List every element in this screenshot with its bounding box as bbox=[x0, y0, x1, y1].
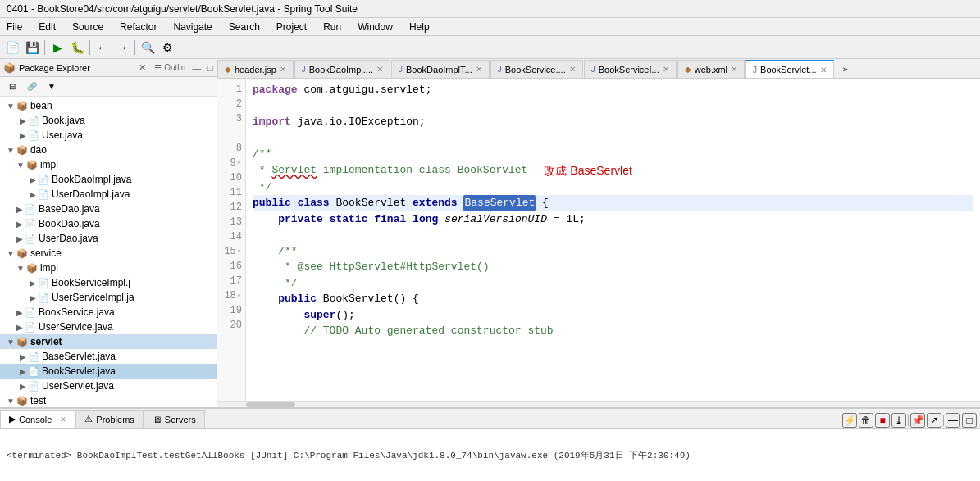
pe-outline-tab[interactable]: ☰ Outlin bbox=[154, 63, 185, 72]
console-btn-scroll[interactable]: ⤓ bbox=[891, 413, 906, 428]
arrow-bookserviceimpl: ▶ bbox=[30, 279, 36, 288]
tree-item-userservice[interactable]: ▶ 📄 UserService.java bbox=[0, 320, 217, 334]
toolbar-debug[interactable]: 🐛 bbox=[68, 39, 86, 57]
tab-close-bookservicel[interactable]: ✕ bbox=[663, 65, 669, 74]
tab-bookservlet[interactable]: J BookServlet... ✕ bbox=[745, 60, 833, 78]
pkg-icon-servlet: 📦 bbox=[16, 337, 28, 347]
tree-item-servlet[interactable]: ▼ 📦 servlet bbox=[0, 334, 217, 349]
tree-item-book[interactable]: ▶ 📄 Book.java bbox=[0, 113, 217, 128]
pe-close-icon[interactable]: ✕ bbox=[139, 62, 146, 73]
tab-bookservicel[interactable]: J BookServiceI... ✕ bbox=[584, 60, 677, 78]
tab-close-webxml[interactable]: ✕ bbox=[731, 65, 737, 74]
tree-item-userdaoimpl[interactable]: ▶ 📄 UserDaoImpl.java bbox=[0, 187, 217, 202]
tree-item-bookserviceimpl[interactable]: ▶ 📄 BookServiceImpl.j bbox=[0, 275, 217, 290]
tab-icon-bookdaoimplT: J bbox=[399, 65, 403, 74]
toolbar-search[interactable]: 🔍 bbox=[139, 39, 157, 57]
label-basedao: BaseDao.java bbox=[39, 203, 100, 215]
tab-servers-label: Servers bbox=[165, 415, 196, 424]
tab-bookservice[interactable]: J BookService.... ✕ bbox=[490, 60, 583, 78]
tree-item-userservlet[interactable]: ▶ 📄 UserServlet.java bbox=[0, 379, 217, 393]
tab-servers[interactable]: 🖥 Servers bbox=[144, 410, 205, 428]
menu-item-window[interactable]: Window bbox=[354, 20, 396, 34]
console-btn-stop[interactable]: ■ bbox=[875, 413, 890, 428]
tab-problems[interactable]: ⚠ Problems bbox=[75, 410, 143, 428]
console-btn-clear[interactable]: 🗑 bbox=[859, 413, 873, 428]
tree-item-userdao[interactable]: ▶ 📄 UserDao.java bbox=[0, 231, 217, 246]
tab-close-bookservlet[interactable]: ✕ bbox=[820, 66, 827, 75]
pkg-icon-service: 📦 bbox=[16, 248, 28, 259]
tree-item-impl-service[interactable]: ▼ 📦 impl bbox=[0, 261, 217, 275]
tab-bookdaoimpl[interactable]: J BookDaoImpl.... ✕ bbox=[294, 60, 390, 78]
arrow-basedao: ▶ bbox=[16, 205, 23, 214]
pe-min-icon[interactable]: — bbox=[192, 63, 201, 73]
pe-view-menu[interactable]: ▼ bbox=[43, 78, 61, 96]
tree-item-user[interactable]: ▶ 📄 User.java bbox=[0, 128, 217, 143]
menu-item-help[interactable]: Help bbox=[406, 20, 433, 34]
tree-item-test[interactable]: ▼ 📦 test bbox=[0, 393, 217, 407]
menu-item-refactor[interactable]: Refactor bbox=[116, 20, 160, 34]
code-hscroll[interactable] bbox=[217, 401, 980, 407]
tree-item-baseservlet[interactable]: ▶ 📄 BaseServlet.java bbox=[0, 349, 217, 364]
tab-close-bookservice[interactable]: ✕ bbox=[569, 65, 576, 74]
file-icon-userserviceimpl: 📄 bbox=[38, 293, 49, 303]
menu-item-source[interactable]: Source bbox=[69, 20, 107, 34]
arrow-userdaoimpl: ▶ bbox=[30, 190, 36, 199]
pe-header: 📦 Package Explorer ✕ ☰ Outlin — □ bbox=[0, 59, 217, 77]
annotation-text: 改成 BaseServlet bbox=[544, 162, 631, 179]
menu-item-file[interactable]: File bbox=[3, 20, 25, 34]
menu-item-run[interactable]: Run bbox=[320, 20, 344, 34]
console-btn-min[interactable]: — bbox=[946, 413, 960, 428]
pkg-icon-dao: 📦 bbox=[16, 145, 28, 156]
tree-item-bookdaoimpl[interactable]: ▶ 📄 BookDaoImpl.java bbox=[0, 172, 217, 187]
toolbar-new[interactable]: 📄 bbox=[3, 39, 21, 57]
tab-console-close[interactable]: ✕ bbox=[60, 415, 66, 424]
console-btn-pin[interactable]: 📌 bbox=[910, 413, 925, 428]
toolbar-forward[interactable]: → bbox=[113, 39, 131, 57]
tab-bookdaoimplT[interactable]: J BookDaoImplT... ✕ bbox=[391, 60, 490, 78]
tab-console[interactable]: ▶ Console ✕ bbox=[0, 410, 75, 428]
menu-item-search[interactable]: Search bbox=[226, 20, 263, 34]
tree-item-basedao[interactable]: ▶ 📄 BaseDao.java bbox=[0, 202, 217, 216]
pe-icon: 📦 bbox=[3, 62, 16, 74]
pe-collapse-all[interactable]: ⊟ bbox=[3, 78, 21, 96]
tab-close-bookdaoimplT[interactable]: ✕ bbox=[476, 65, 482, 74]
tab-overflow-btn[interactable]: » bbox=[836, 60, 855, 78]
menu-item-navigate[interactable]: Navigate bbox=[170, 20, 215, 34]
tab-label-header: header.jsp bbox=[235, 65, 276, 75]
code-editor[interactable]: 1 2 3 8 9◦ 10 11 12 13 14 15◦ 16 17 18◦ … bbox=[217, 79, 980, 401]
menu-item-edit[interactable]: Edit bbox=[35, 20, 59, 34]
tree-item-dao[interactable]: ▼ 📦 dao bbox=[0, 143, 217, 157]
pkg-icon-impl-service: 📦 bbox=[26, 263, 38, 274]
code-line-12: public class BookServlet extends BaseSer… bbox=[253, 195, 973, 211]
tree-item-bookdao[interactable]: ▶ 📄 BookDao.java bbox=[0, 216, 217, 231]
tab-label-bookdaoimplT: BookDaoImplT... bbox=[406, 65, 472, 75]
toolbar-run[interactable]: ▶ bbox=[48, 39, 66, 57]
tab-close-bookdaoimpl[interactable]: ✕ bbox=[376, 65, 383, 74]
console-btn-max[interactable]: □ bbox=[962, 413, 977, 428]
arrow-test: ▼ bbox=[7, 397, 15, 406]
label-servlet: servlet bbox=[30, 336, 62, 347]
console-btn-open[interactable]: ↗ bbox=[927, 413, 941, 428]
file-icon-userdaoimpl: 📄 bbox=[38, 189, 49, 200]
tab-webxml[interactable]: ◆ web.xml ✕ bbox=[677, 60, 745, 78]
tree-item-bookservice[interactable]: ▶ 📄 BookService.java bbox=[0, 305, 217, 320]
tree-item-bean[interactable]: ▼ 📦 bean bbox=[0, 98, 217, 113]
tab-header-jsp[interactable]: ◆ header.jsp ✕ bbox=[217, 60, 294, 78]
label-service: service bbox=[30, 247, 62, 259]
tree-item-impl-dao[interactable]: ▼ 📦 impl bbox=[0, 157, 217, 172]
toolbar-back[interactable]: ← bbox=[93, 39, 112, 57]
tree-item-userserviceimpl[interactable]: ▶ 📄 UserServiceImpl.ja bbox=[0, 290, 217, 305]
tree-item-service[interactable]: ▼ 📦 service bbox=[0, 246, 217, 261]
menu-item-project[interactable]: Project bbox=[273, 20, 310, 34]
code-content[interactable]: package com.atguigu.servlet; import java… bbox=[246, 79, 980, 401]
toolbar-save[interactable]: 💾 bbox=[23, 39, 41, 57]
file-icon-userservlet: 📄 bbox=[28, 381, 39, 392]
toolbar-settings[interactable]: ⚙ bbox=[158, 39, 176, 57]
pe-link-editor[interactable]: 🔗 bbox=[23, 78, 41, 96]
console-btn-1[interactable]: ⚡ bbox=[842, 413, 857, 428]
file-icon-bookservlet: 📄 bbox=[28, 366, 39, 377]
tab-close-header[interactable]: ✕ bbox=[280, 65, 286, 74]
pe-max-icon[interactable]: □ bbox=[207, 63, 213, 73]
tree-item-bookservlet[interactable]: ▶ 📄 BookServlet.java bbox=[0, 364, 217, 379]
file-icon-baseservlet: 📄 bbox=[28, 352, 39, 362]
